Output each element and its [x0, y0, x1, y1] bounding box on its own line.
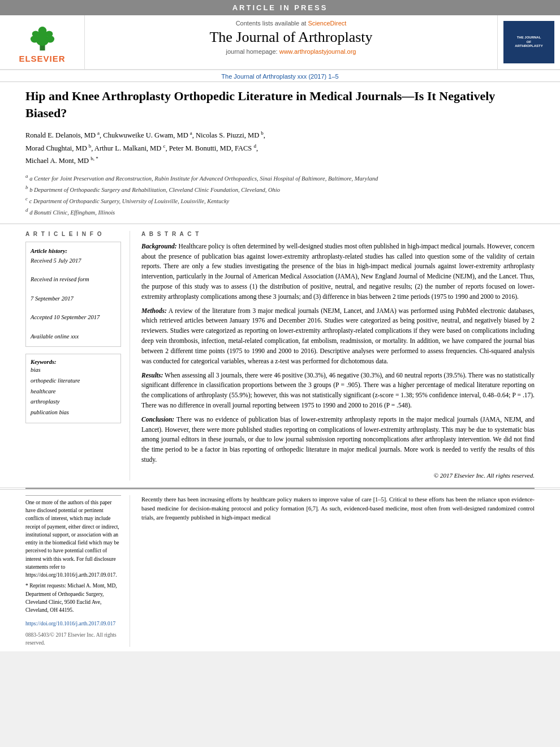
results-text: When assessing all 3 journals, there wer… — [141, 372, 535, 409]
keywords-label: Keywords: — [31, 359, 57, 365]
body-intro-text: Recently there has been increasing effor… — [141, 496, 535, 521]
journal-logo-box: THE JOURNALOFARTHROPLASTY — [503, 21, 554, 63]
reprint-text: * Reprint requests: Michael A. Mont, MD,… — [25, 582, 121, 614]
keyword-3: arthroplasty — [31, 397, 116, 407]
affil-sup-a: a — [97, 130, 100, 136]
article-authors: Ronald E. Delanois, MD a, Chukwuweike U.… — [25, 129, 535, 167]
doi-citation: The Journal of Arthroplasty xxx (2017) 1… — [221, 73, 338, 80]
methods-para: Methods: A review of the literature from… — [141, 306, 535, 367]
elsevier-tree-icon — [23, 21, 62, 52]
footnote-area: One or more of the authors of this paper… — [0, 489, 560, 651]
keyword-1: orthopedic literature — [31, 376, 116, 387]
keywords-block: Keywords: bias orthopedic literature hea… — [25, 354, 121, 423]
elsevier-logo: ELSEVIER — [19, 21, 65, 63]
article-history-block: Article history: Received 5 July 2017 Re… — [25, 242, 121, 347]
elsevier-section: ELSEVIER — [0, 15, 85, 69]
online-row: Available online xxx — [31, 332, 116, 342]
journal-logo-right: THE JOURNALOFARTHROPLASTY — [498, 15, 560, 69]
article-info-label: A R T I C L E I N F O — [25, 231, 121, 237]
footnote-divider — [25, 495, 121, 496]
methods-text: A review of the literature from 3 major … — [141, 307, 535, 364]
affil-sup-d: d — [253, 143, 256, 149]
affil-sup-b: b — [261, 130, 264, 136]
abstract-column: A B S T R A C T Background: Healthcare p… — [141, 231, 535, 480]
page: ARTICLE IN PRESS ELSEVIER — [0, 0, 560, 651]
affil-b: b b Department of Orthopaedic Surgery an… — [25, 183, 535, 195]
keyword-4: publication bias — [31, 407, 116, 418]
revised-row: Received in revised form — [31, 275, 116, 285]
journal-center-header: Contents lists available at ScienceDirec… — [85, 15, 498, 69]
issn-line: 0883-5403/© 2017 Elsevier Inc. All right… — [25, 631, 121, 647]
methods-label: Methods: — [141, 307, 167, 314]
journal-homepage-line: journal homepage: www.arthroplastyjourna… — [96, 48, 486, 55]
results-para: Results: When assessing all 3 journals, … — [141, 371, 535, 411]
journal-logo-label: THE JOURNALOFARTHROPLASTY — [514, 35, 544, 50]
journal-header: ELSEVIER Contents lists available at Sci… — [0, 15, 560, 70]
keywords-list: bias orthopedic literature healthcare ar… — [31, 365, 116, 418]
conclusion-para: Conclusion: There was no evidence of pub… — [141, 415, 535, 465]
svg-point-6 — [32, 31, 39, 37]
homepage-link[interactable]: www.arthroplastyjournal.org — [279, 48, 356, 55]
accepted-row: Accepted 10 September 2017 — [31, 313, 116, 323]
history-label: Article history: — [31, 248, 67, 254]
doi-line: The Journal of Arthroplasty xxx (2017) 1… — [0, 70, 560, 81]
keyword-0: bias — [31, 365, 116, 376]
homepage-prefix: journal homepage: — [226, 48, 279, 55]
background-text: Healthcare policy is often determined by… — [141, 243, 535, 300]
article-header: Hip and Knee Arthroplasty Orthopedic Lit… — [0, 81, 560, 224]
affil-sup-c: c — [163, 143, 165, 149]
elsevier-brand-text: ELSEVIER — [19, 54, 65, 63]
abstract-content: Background: Healthcare policy is often d… — [141, 242, 535, 480]
sciencedirect-prefix: Contents lists available at — [236, 20, 308, 27]
affiliations: a a Center for Joint Preservation and Re… — [25, 172, 535, 218]
affil-c: c c Department of Orthopaedic Surgery, U… — [25, 195, 535, 206]
article-info-column: A R T I C L E I N F O Article history: R… — [25, 231, 130, 480]
svg-point-3 — [38, 27, 46, 35]
two-column-section: A R T I C L E I N F O Article history: R… — [0, 224, 560, 488]
doi-link-bottom[interactable]: https://doi.org/10.1016/j.arth.2017.09.0… — [25, 621, 115, 626]
conclusion-text: There was no evidence of publication bia… — [141, 416, 535, 463]
abstract-copyright: © 2017 Elsevier Inc. All rights reserved… — [141, 471, 535, 480]
affil-a: a a Center for Joint Preservation and Re… — [25, 172, 535, 183]
conclusion-label: Conclusion: — [141, 416, 174, 423]
keyword-2: healthcare — [31, 387, 116, 397]
sciencedirect-link[interactable]: ScienceDirect — [308, 20, 346, 27]
conflict-text: One or more of the authors of this paper… — [25, 499, 121, 579]
revised-date: 7 September 2017 — [31, 294, 116, 304]
svg-point-7 — [45, 31, 53, 37]
article-in-press-banner: ARTICLE IN PRESS — [0, 0, 560, 15]
footnote-left: One or more of the authors of this paper… — [25, 495, 130, 647]
banner-text: ARTICLE IN PRESS — [232, 3, 328, 12]
sciencedirect-line: Contents lists available at ScienceDirec… — [96, 20, 486, 27]
received-row: Received 5 July 2017 — [31, 256, 116, 266]
affil-sup-b2: b — [89, 143, 92, 149]
background-para: Background: Healthcare policy is often d… — [141, 242, 535, 302]
affil-sup-b3: b, * — [91, 156, 98, 161]
body-text-right: Recently there has been increasing effor… — [141, 495, 535, 647]
results-label: Results: — [141, 372, 163, 379]
abstract-label: A B S T R A C T — [141, 231, 535, 237]
background-label: Background: — [141, 243, 177, 250]
affil-sup-a2: a — [190, 130, 192, 136]
article-main-title: Hip and Knee Arthroplasty Orthopedic Lit… — [25, 88, 535, 121]
affil-d: d d Bonutti Clinic, Effingham, Illinois — [25, 206, 535, 217]
journal-main-title: The Journal of Arthroplasty — [96, 29, 486, 46]
